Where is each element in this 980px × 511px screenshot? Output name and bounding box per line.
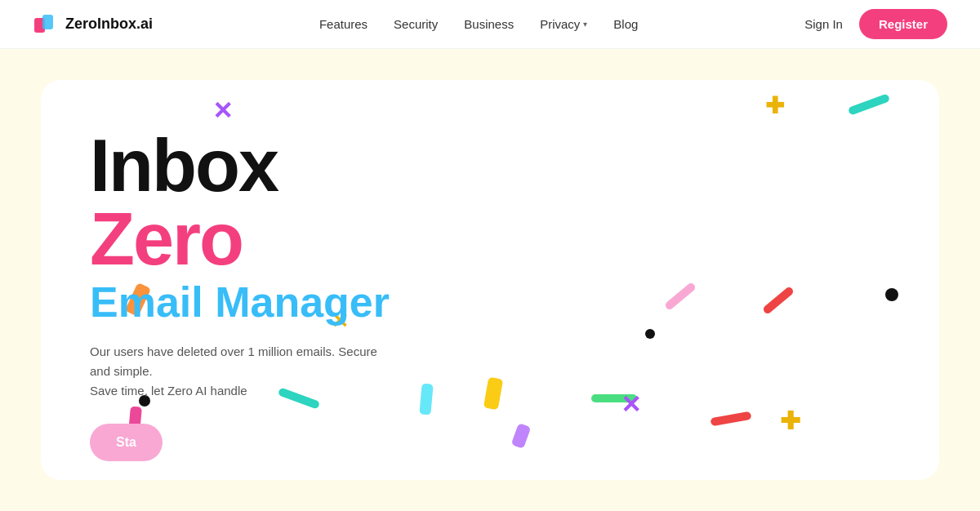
confetti-teal-small-b: [419, 383, 433, 415]
nav-privacy-dropdown[interactable]: Privacy ▾: [540, 17, 587, 31]
hero-cta-button[interactable]: Sta: [90, 424, 163, 461]
register-button[interactable]: Register: [859, 9, 947, 39]
logo-icon: [33, 11, 59, 38]
confetti-red-dash-right: [762, 286, 795, 315]
navbar: ZeroInbox.ai Features Security Business …: [0, 0, 980, 49]
confetti-dot-right: [885, 288, 898, 301]
confetti-purple-tiny-b: [511, 423, 532, 449]
hero-email-plain: Email: [90, 278, 215, 326]
confetti-teal-dash-tr: [848, 93, 890, 115]
hero-inbox: Inbox: [90, 129, 400, 202]
nav-actions: Sign In Register: [804, 9, 947, 39]
nav-business[interactable]: Business: [464, 17, 514, 31]
hero-description: Our users have deleted over 1 million em…: [90, 342, 400, 401]
hero-zero: Zero: [90, 202, 400, 276]
confetti-dot-mid: [645, 329, 655, 339]
logo[interactable]: ZeroInbox.ai: [33, 11, 153, 38]
hero-manager-colored: Manager: [215, 278, 390, 326]
hero-desc-line1: Our users have deleted over 1 million em…: [90, 342, 400, 381]
confetti-purple-x-top: ✕: [212, 96, 233, 125]
hero-text: Inbox Zero Email Manager Our users have …: [90, 129, 400, 461]
logo-text: ZeroInbox.ai: [65, 16, 153, 33]
confetti-yellow-plus-tr: ✚: [765, 92, 784, 119]
hero-wrapper: ✕ ✚ ✕ ✕ ✚ Inbox Zero Email Manager Our u…: [0, 49, 980, 511]
confetti-yellow-dash-mid: [483, 377, 503, 411]
nav-features[interactable]: Features: [319, 17, 368, 31]
hero-desc-line2: Save time, let Zero AI handle: [90, 381, 400, 401]
svg-rect-1: [42, 15, 53, 29]
confetti-yellow-plus-b: ✚: [780, 407, 800, 435]
nav-security[interactable]: Security: [394, 17, 438, 31]
confetti-purple-x-b: ✕: [621, 390, 641, 419]
nav-blog[interactable]: Blog: [613, 17, 638, 31]
hero-email-manager: Email Manager: [90, 279, 400, 326]
hero-card: ✕ ✚ ✕ ✕ ✚ Inbox Zero Email Manager Our u…: [41, 80, 939, 480]
chevron-down-icon: ▾: [583, 20, 587, 29]
confetti-pink-dash-right: [664, 282, 697, 311]
confetti-red-dash-b: [710, 411, 752, 427]
nav-links: Features Security Business Privacy ▾ Blo…: [319, 17, 638, 32]
sign-in-button[interactable]: Sign In: [804, 17, 843, 31]
nav-privacy-label: Privacy: [540, 17, 580, 31]
